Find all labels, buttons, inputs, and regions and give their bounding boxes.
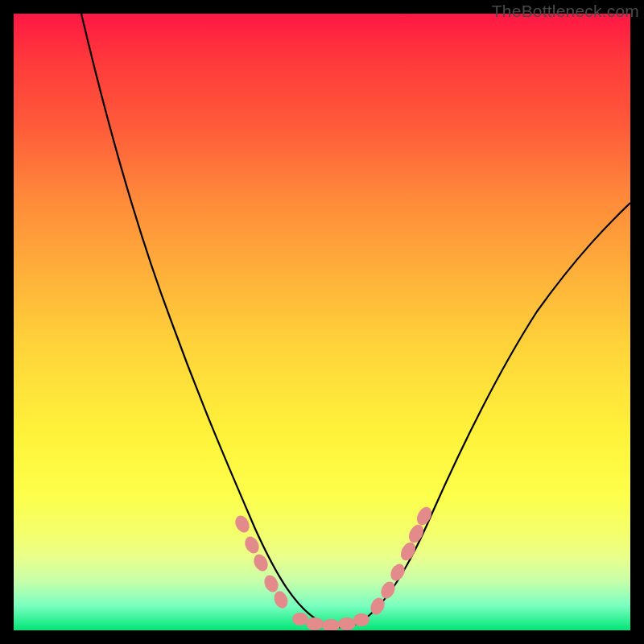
marker-dot xyxy=(271,589,290,610)
marker-dot xyxy=(292,613,308,625)
bottleneck-curve-path xyxy=(81,14,630,627)
watermark-text: TheBottleneck.com xyxy=(492,2,639,21)
marker-dot xyxy=(262,573,281,595)
marker-dot xyxy=(388,562,407,584)
marker-dot xyxy=(338,617,356,630)
marker-dot xyxy=(378,580,398,601)
chart-frame: TheBottleneck.com xyxy=(0,0,644,644)
marker-dot xyxy=(398,540,418,564)
marker-dot xyxy=(322,619,340,630)
marker-group xyxy=(233,505,435,630)
marker-dot xyxy=(353,613,369,626)
chart-plot-area xyxy=(14,14,630,630)
bottleneck-curve-svg xyxy=(14,14,630,630)
marker-dot xyxy=(306,617,324,630)
